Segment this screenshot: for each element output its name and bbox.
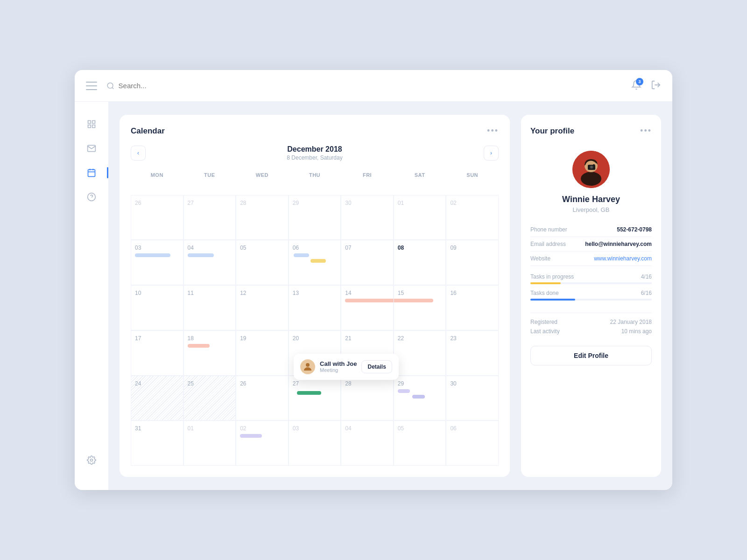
table-row[interactable]: 05: [236, 240, 289, 285]
table-row[interactable]: 08: [394, 240, 446, 285]
profile-location: Liverpool, GB: [530, 206, 652, 213]
svg-point-20: [591, 166, 593, 168]
table-row[interactable]: 27: [183, 195, 236, 240]
date-subtitle: 8 December, Saturday: [287, 154, 342, 161]
table-row[interactable]: 11: [183, 285, 236, 330]
prev-month-button[interactable]: ‹: [131, 146, 146, 161]
table-row[interactable]: 30: [446, 376, 499, 421]
table-row[interactable]: 20 Call with Joe Meeting: [289, 330, 341, 376]
table-row[interactable]: 22: [394, 330, 446, 376]
table-row[interactable]: 19: [236, 330, 289, 376]
table-row[interactable]: 26: [236, 376, 289, 421]
dow-tue: TUE: [183, 168, 236, 195]
sidebar-item-calendar[interactable]: [80, 161, 103, 184]
profile-info-email: Email address hello@winnieharvey.com: [530, 237, 652, 252]
profile-card: Your profile •••: [521, 115, 661, 477]
table-row[interactable]: 26: [131, 195, 183, 240]
table-row[interactable]: 13: [289, 285, 341, 330]
menu-icon[interactable]: [86, 82, 97, 90]
profile-card-header: Your profile •••: [530, 126, 652, 136]
calendar-more-options[interactable]: •••: [487, 126, 499, 136]
profile-more-options[interactable]: •••: [640, 126, 652, 136]
table-row[interactable]: 06: [289, 240, 341, 285]
logout-button[interactable]: [651, 80, 661, 91]
table-row[interactable]: 23: [446, 330, 499, 376]
calendar-month-title: December 2018 8 December, Saturday: [287, 145, 342, 161]
tasks-done-bar-bg: [530, 299, 652, 301]
calendar-icon: [87, 168, 96, 177]
dow-sun: SUN: [446, 168, 499, 195]
profile-card-title: Your profile: [530, 126, 574, 136]
search-bar: [106, 82, 626, 90]
help-icon: [87, 192, 96, 202]
table-row[interactable]: 28: [341, 376, 394, 421]
table-row[interactable]: 28: [236, 195, 289, 240]
svg-point-16: [581, 172, 601, 186]
last-activity-label: Last activity: [530, 328, 560, 335]
registered-label: Registered: [530, 319, 557, 325]
table-row[interactable]: 12: [236, 285, 289, 330]
table-row[interactable]: 15: [394, 285, 446, 330]
website-label: Website: [530, 255, 550, 262]
table-row[interactable]: 04: [183, 240, 236, 285]
table-row[interactable]: 17: [131, 330, 183, 376]
profile-avatar-wrap: [530, 151, 652, 188]
table-row[interactable]: 25: [183, 376, 236, 421]
table-row[interactable]: 07: [341, 240, 394, 285]
settings-icon: [87, 455, 96, 465]
table-row[interactable]: 14: [341, 285, 394, 330]
table-row[interactable]: 02: [236, 420, 289, 466]
table-row[interactable]: 31: [131, 420, 183, 466]
dow-thu: THU: [289, 168, 341, 195]
email-value: hello@winnieharvey.com: [585, 241, 652, 247]
table-row[interactable]: 18: [183, 330, 236, 376]
search-input[interactable]: [119, 82, 626, 90]
table-row[interactable]: 03: [289, 420, 341, 466]
table-row[interactable]: 06: [446, 420, 499, 466]
dow-sat: SAT: [394, 168, 446, 195]
event-details-button[interactable]: Details: [361, 360, 392, 373]
avatar: [572, 151, 610, 188]
event-avatar: [300, 359, 315, 374]
profile-info-phone: Phone number 552-672-0798: [530, 223, 652, 237]
sidebar-item-dashboard[interactable]: [80, 113, 103, 135]
event-info: Call with Joe Meeting: [320, 360, 357, 373]
table-row[interactable]: 01: [394, 195, 446, 240]
notification-button[interactable]: 3: [631, 80, 641, 91]
table-row[interactable]: 09: [446, 240, 499, 285]
table-row[interactable]: 02: [446, 195, 499, 240]
table-row[interactable]: 24: [131, 376, 183, 421]
grid-icon: [87, 119, 96, 129]
svg-point-13: [91, 459, 93, 462]
tasks-done-row: Tasks done 6/16: [530, 290, 652, 301]
website-value[interactable]: www.winnieharvey.com: [594, 255, 652, 262]
calendar-card: Calendar ••• ‹ December 2018 8 December,…: [120, 115, 510, 477]
svg-rect-4: [92, 121, 95, 124]
table-row[interactable]: 10: [131, 285, 183, 330]
sidebar-item-mail[interactable]: [80, 137, 103, 160]
svg-rect-7: [88, 169, 95, 176]
svg-rect-6: [88, 125, 91, 128]
table-row[interactable]: 01: [183, 420, 236, 466]
calendar-grid: MON TUE WED THU FRI SAT SUN 26 27 28 29 …: [131, 168, 499, 466]
next-month-button[interactable]: ›: [484, 146, 499, 161]
tasks-done-label: Tasks done: [530, 290, 559, 296]
table-row[interactable]: 30: [341, 195, 394, 240]
content-area: Calendar ••• ‹ December 2018 8 December,…: [108, 102, 672, 490]
table-row[interactable]: 27: [289, 376, 341, 421]
edit-profile-button[interactable]: Edit Profile: [530, 346, 652, 365]
table-row[interactable]: 04: [341, 420, 394, 466]
sidebar-item-help[interactable]: [80, 186, 103, 208]
table-row[interactable]: 16: [446, 285, 499, 330]
calendar-nav: ‹ December 2018 8 December, Saturday ›: [131, 145, 499, 161]
table-row[interactable]: 29: [394, 376, 446, 421]
phone-label: Phone number: [530, 226, 567, 233]
sidebar-item-settings[interactable]: [80, 449, 103, 471]
table-row[interactable]: 03: [131, 240, 183, 285]
table-row[interactable]: 29: [289, 195, 341, 240]
svg-point-0: [107, 83, 113, 88]
logout-icon: [651, 80, 661, 90]
registered-row: Registered 22 January 2018: [530, 319, 652, 325]
table-row[interactable]: 05: [394, 420, 446, 466]
phone-value: 552-672-0798: [617, 226, 652, 233]
